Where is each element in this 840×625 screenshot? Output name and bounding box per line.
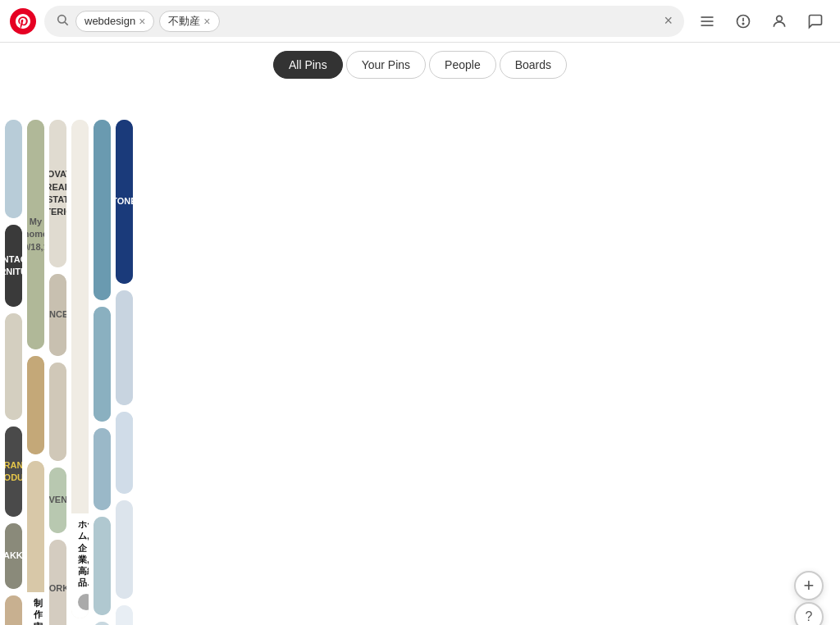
grid-col-5: TONEAyumu HisadaWeb♥ 1.3k — [116, 120, 133, 625]
pin-image-text: BRAND PRODUCT — [5, 453, 22, 491]
pin-image — [94, 517, 111, 615]
pin-info: 制作実績 - 商品詳細♥ 558rumi suitoさんこう — [27, 592, 44, 625]
pin-image: TONE — [116, 120, 133, 284]
pin-card[interactable] — [116, 412, 133, 494]
pin-image: LONG TOGETHER — [5, 595, 22, 625]
pin-card[interactable] — [94, 517, 111, 615]
search-tags: webdesign × 不動産 × — [75, 11, 657, 32]
remove-tag-fudosan[interactable]: × — [203, 15, 210, 28]
pin-image-text: LONG TOGETHER — [5, 618, 22, 625]
pin-card[interactable]: EVENT — [49, 468, 66, 533]
pin-image-text: RENOVATION REAL ESTATE INTERIOR — [49, 162, 66, 226]
pin-image — [27, 356, 44, 454]
pin-card[interactable]: RENOVATION REAL ESTATE INTERIOR — [49, 120, 66, 267]
pin-grid — [0, 89, 840, 120]
pin-image: RENOVATION REAL ESTATE INTERIOR — [49, 120, 66, 267]
pin-card[interactable]: VINTAGE FURNITURE — [5, 225, 22, 307]
pin-image: ZAKKA — [5, 523, 22, 589]
grid-col-4: 京阪東ローズタウン♥ 363mechaWebデザイン参考NEW OPEN! HE… — [94, 120, 111, 625]
fab-add-button[interactable]: + — [794, 571, 824, 600]
pin-card[interactable]: ZAKKA — [5, 523, 22, 589]
search-icon — [56, 13, 69, 30]
pin-card[interactable] — [5, 313, 22, 420]
search-clear-icon[interactable]: × — [664, 12, 673, 30]
pin-image — [94, 307, 111, 422]
pin-image-text: TONE — [116, 189, 133, 214]
pin-card[interactable] — [5, 120, 22, 218]
fab-help-button[interactable]: ? — [794, 602, 824, 625]
pin-image — [94, 120, 111, 300]
search-input[interactable] — [225, 11, 368, 32]
grid-col-1: My home 10/18,19制作実績 - 商品詳細♥ 558rumi sui… — [27, 120, 44, 625]
topbar: webdesign × 不動産 × × — [0, 0, 840, 43]
pin-card[interactable]: LONG TOGETHER — [5, 595, 22, 625]
pin-image-text: My home 10/18,19 — [27, 209, 44, 260]
pin-image: My home 10/18,19 — [27, 120, 44, 349]
pin-image — [71, 120, 89, 513]
pin-image-text: CONCEPT — [49, 302, 66, 327]
pin-card[interactable] — [94, 307, 111, 422]
menu-icon-button[interactable] — [692, 7, 722, 36]
search-tag-fudosan[interactable]: 不動産 × — [159, 11, 219, 32]
pin-image — [49, 363, 66, 461]
pin-image — [27, 461, 44, 592]
pin-image-text: EVENT — [49, 487, 66, 513]
pin-image: EVENT — [49, 468, 66, 533]
pin-image — [116, 605, 133, 625]
pin-title: ホーム,企業,高級品…♥ 301 — [78, 518, 82, 589]
notification-icon-button[interactable] — [728, 7, 758, 36]
pin-card[interactable] — [49, 363, 66, 461]
pin-image: CONCEPT — [49, 274, 66, 356]
topbar-icons — [692, 7, 830, 36]
pin-user-row: dabideWEB — [78, 589, 82, 617]
pin-card[interactable]: CONCEPT — [49, 274, 66, 356]
pin-card[interactable]: BRAND PRODUCT — [5, 427, 22, 517]
grid-col-0: VINTAGE FURNITUREBRAND PRODUCTZAKKALONG … — [5, 120, 22, 625]
pin-image — [116, 500, 133, 599]
pin-image — [116, 412, 133, 494]
svg-line-1 — [65, 22, 68, 25]
pin-image — [5, 120, 22, 218]
pin-image — [94, 428, 111, 510]
pin-card[interactable]: 京阪東ローズタウン♥ 363mechaWebデザイン参考 — [94, 622, 111, 625]
grid-col-2: RENOVATION REAL ESTATE INTERIORCONCEPTEV… — [49, 120, 66, 625]
pin-card[interactable]: WORKS — [49, 540, 66, 625]
avatar — [78, 594, 89, 610]
pin-card[interactable]: My home 10/18,19 — [27, 120, 44, 349]
pinterest-logo[interactable] — [10, 8, 36, 34]
pin-card[interactable]: 制作実績 - 商品詳細♥ 558rumi suitoさんこう — [27, 461, 44, 625]
tab-all-pins[interactable]: All Pins — [273, 51, 343, 79]
remove-tag-webdesign[interactable]: × — [139, 15, 145, 28]
pin-title: 制作実績 - 商品詳細♥ 558 — [34, 597, 38, 625]
pin-info: ホーム,企業,高級品…♥ 301dabideWEB — [71, 513, 89, 618]
pin-card[interactable]: Ayumu HisadaWeb♥ 1.3k — [116, 605, 133, 625]
pin-image-text: WORKS — [49, 576, 66, 601]
search-bar[interactable]: webdesign × 不動産 × × — [44, 6, 684, 37]
svg-point-0 — [58, 15, 66, 22]
svg-point-8 — [777, 16, 783, 21]
pin-image: BRAND PRODUCT — [5, 427, 22, 517]
pin-card[interactable] — [94, 120, 111, 300]
chat-icon-button[interactable] — [801, 7, 830, 36]
pin-card[interactable] — [94, 428, 111, 510]
pin-image: VINTAGE FURNITURE — [5, 225, 22, 307]
tab-people[interactable]: People — [429, 51, 496, 79]
svg-point-7 — [742, 23, 743, 24]
pin-image: WORKS — [49, 540, 66, 625]
pin-image-text: ZAKKA — [5, 543, 22, 568]
tab-boards[interactable]: Boards — [500, 51, 567, 79]
pin-image — [5, 313, 22, 420]
grid-col-3: ホーム,企業,高級品…♥ 301dabideWEBaboutWHITE BELG — [71, 120, 89, 625]
search-tag-webdesign[interactable]: webdesign × — [75, 11, 154, 32]
profile-icon-button[interactable] — [765, 7, 794, 36]
pin-card[interactable]: ホーム,企業,高級品…♥ 301dabideWEB — [71, 120, 89, 618]
masonry-grid: VINTAGE FURNITUREBRAND PRODUCTZAKKALONG … — [0, 120, 840, 625]
pin-card[interactable] — [116, 500, 133, 599]
tab-your-pins[interactable]: Your Pins — [346, 51, 426, 79]
pin-card[interactable] — [27, 356, 44, 454]
pin-card[interactable]: TONE — [116, 120, 133, 284]
filter-tabs: All Pins Your Pins People Boards — [0, 43, 840, 89]
pin-image-text: VINTAGE FURNITURE — [5, 247, 22, 285]
pin-image — [116, 290, 133, 405]
pin-card[interactable] — [116, 290, 133, 405]
